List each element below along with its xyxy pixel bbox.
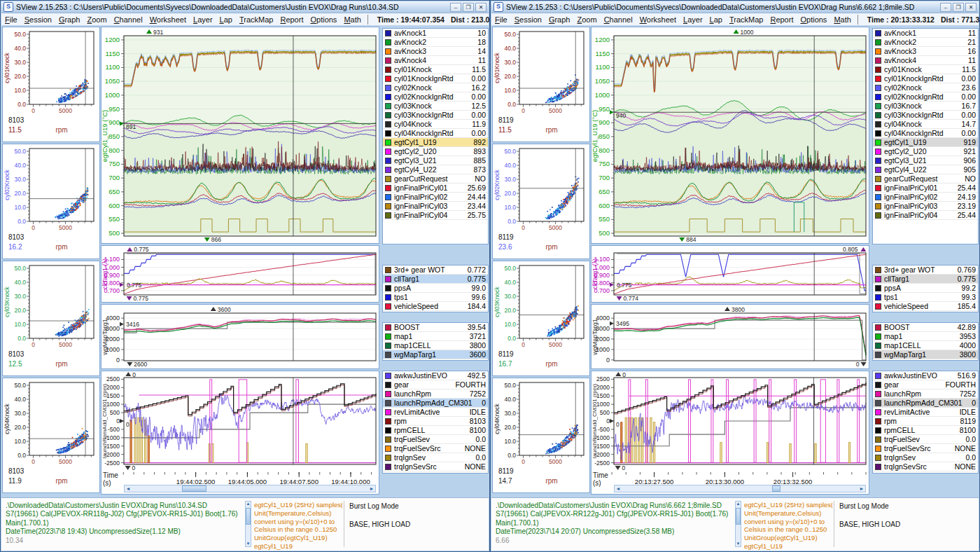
close-button[interactable]: ✕ [475, 3, 486, 12]
channel-row[interactable]: trqIgnSev0.0 [383, 453, 488, 462]
channel-row[interactable]: cyl04Knock14.7 [873, 120, 978, 129]
channel-row[interactable]: tps199.6 [383, 293, 488, 302]
menu-item-graph[interactable]: Graph [545, 15, 574, 25]
maximize-button[interactable]: ❐ [463, 3, 474, 12]
channel-row[interactable]: awkwJustinEVO516.9 [873, 371, 978, 380]
channel-row[interactable]: trqFuelSev0.0 [383, 435, 488, 444]
channel-row[interactable]: BOOST42.89 [873, 323, 978, 332]
channel-row[interactable]: ignFinalPriCyl0125.44 [873, 184, 978, 193]
scroll-left-arrow[interactable]: ◄ [125, 485, 132, 492]
menu-item-zoom[interactable]: Zoom [83, 15, 110, 25]
channel-row[interactable]: egtCyl1_U19892 [383, 138, 488, 147]
menu-item-channel[interactable]: Channel [111, 15, 146, 25]
channel-row[interactable]: avKnock218 [383, 38, 488, 47]
menu-item-lap[interactable]: Lap [216, 15, 236, 25]
scroll-down-arrow[interactable]: ▼ [246, 541, 251, 546]
menu-item-report[interactable]: Report [276, 15, 307, 25]
channel-row[interactable]: cyl03Knock12.5 [383, 102, 488, 111]
channel-row[interactable]: avKnock411 [873, 56, 978, 65]
channel-row[interactable]: map13721 [383, 332, 488, 341]
scroll-thumb[interactable] [772, 485, 781, 492]
scroll-thumb[interactable] [182, 485, 207, 492]
menu-item-options[interactable]: Options [307, 15, 340, 25]
channel-row[interactable]: vehicleSpeed184.4 [383, 302, 488, 311]
channel-row[interactable]: 3rd+ gear WOT0.772 [383, 265, 488, 275]
menu-item-layer[interactable]: Layer [680, 15, 706, 25]
channel-row[interactable]: cllTarg10.775 [873, 275, 978, 284]
channel-row[interactable]: cyl01KnockIgnRtd0.00 [873, 74, 978, 83]
launch-chart[interactable]: 25002000150010005000-500-1000-1500-2000-… [102, 371, 379, 494]
knock-scatter-plot-3[interactable]: 50.040.030.020.010.00.005000cyl03Knock81… [493, 261, 588, 375]
channel-row[interactable]: gearFOURTH [873, 380, 978, 389]
channel-row[interactable]: wgMapTarg13600 [383, 350, 488, 359]
channel-row[interactable]: egtCyl2_U20921 [873, 147, 978, 156]
channel-row[interactable]: rpmCELL8100 [873, 426, 978, 435]
channel-row[interactable]: cyl01KnockIgnRtd0.00 [383, 74, 488, 83]
channel-row[interactable]: rpm8119 [873, 417, 978, 426]
channel-row[interactable]: cyl02KnockIgnRtd0.00 [383, 92, 488, 102]
channel-row[interactable]: avKnock316 [873, 47, 978, 56]
channel-row[interactable]: ignFinalPriCyl0425.75 [383, 211, 488, 220]
channel-row[interactable]: egtCyl2_U20893 [383, 147, 488, 156]
channel-row[interactable]: map1CELL4000 [873, 341, 978, 350]
channel-row[interactable]: launchRpm7252 [383, 389, 488, 399]
channel-row[interactable]: cyl01Knock11.5 [383, 65, 488, 74]
channel-row[interactable]: cyl04Knock11.9 [383, 120, 488, 129]
menu-item-worksheet[interactable]: Worksheet [146, 15, 190, 25]
close-button[interactable]: ✕ [965, 3, 976, 12]
menu-item-trackmap[interactable]: TrackMap [726, 15, 767, 25]
menu-item-session[interactable]: Session [511, 15, 545, 25]
menu-item-report[interactable]: Report [766, 15, 797, 25]
channel-row[interactable]: BOOST39.54 [383, 323, 488, 332]
channel-row[interactable]: ignFinalPriCyl0323.19 [873, 202, 978, 211]
channel-row[interactable]: cyl01Knock11.5 [873, 65, 978, 74]
menu-item-session[interactable]: Session [21, 15, 55, 25]
menu-item-file[interactable]: File [491, 15, 511, 25]
channel-row[interactable]: trqIgnSevSrcNONE [873, 462, 978, 471]
title-bar[interactable]: SSView 2.15.253 : C:\Users\Public\Docume… [1, 1, 489, 13]
channel-row[interactable]: ignFinalPriCyl0224.19 [873, 193, 978, 202]
channel-row[interactable]: cyl04KnockIgnRtd0.00 [873, 129, 978, 138]
channel-row[interactable]: avKnock314 [383, 47, 488, 56]
egt-chart[interactable]: 5005506006507007508008509009501000105011… [592, 27, 869, 243]
menu-item-worksheet[interactable]: Worksheet [636, 15, 680, 25]
time-scrollbar[interactable]: ◄► [614, 485, 866, 492]
menu-item-graph[interactable]: Graph [55, 15, 84, 25]
scroll-left-arrow[interactable]: ◄ [615, 485, 622, 492]
channel-row[interactable]: cyl03KnockIgnRtd0.00 [383, 111, 488, 120]
channel-row[interactable]: tps199.3 [873, 293, 978, 302]
channel-row[interactable]: cyl04KnockIgnRtd0.00 [383, 129, 488, 138]
title-bar[interactable]: SSView 2.15.253 : C:\Users\Public\Docume… [491, 1, 979, 13]
channel-row[interactable]: cyl02Knock23.6 [873, 83, 978, 92]
channel-row[interactable]: egtCyl4_U22905 [873, 165, 978, 174]
scroll-right-arrow[interactable]: ► [368, 485, 375, 492]
wastegate-chart[interactable]: 01000200030004000wgMapTarg1380034950 [592, 305, 869, 368]
channel-row[interactable]: gearCutRequestNO [383, 174, 488, 184]
channel-row[interactable]: cyl03KnockIgnRtd0.00 [873, 111, 978, 120]
knock-scatter-plot-4[interactable]: 50.040.030.020.010.00.005000cyl04Knock81… [493, 378, 588, 492]
minimize-button[interactable]: – [450, 3, 461, 12]
menu-item-lap[interactable]: Lap [706, 15, 726, 25]
channel-row[interactable]: egtCyl3_U21885 [383, 156, 488, 165]
scroll-right-arrow[interactable]: ► [858, 485, 865, 492]
lambda-chart[interactable]: 1.1001.0000.9000.8000.700cllTarg1 (λ)0.8… [592, 246, 869, 302]
menu-item-math[interactable]: Math [830, 15, 854, 25]
knock-scatter-plot-1[interactable]: 50.040.030.020.010.00.005000cyl01Knock81… [493, 27, 588, 141]
maximize-button[interactable]: ❐ [953, 3, 964, 12]
knock-scatter-plot-3[interactable]: 50.040.030.020.010.00.005000cyl03Knock81… [3, 261, 98, 375]
channel-row[interactable]: egtCyl4_U22873 [383, 165, 488, 174]
scroll-up-arrow[interactable]: ▲ [246, 502, 251, 506]
knock-scatter-plot-2[interactable]: 50.040.030.020.010.00.005000cyl02Knock81… [3, 144, 98, 258]
channel-row[interactable]: ignFinalPriCyl0323.44 [383, 202, 488, 211]
channel-info-scrollbar[interactable]: ▲▼ [735, 501, 741, 547]
menu-item-file[interactable]: File [1, 15, 21, 25]
channel-row[interactable]: launchRpmAdd_CM3010 [383, 399, 488, 408]
channel-row[interactable]: trqFuelSevSrcNONE [873, 444, 978, 453]
channel-row[interactable]: avKnock411 [383, 56, 488, 65]
minimize-button[interactable]: – [940, 3, 951, 12]
scroll-thumb[interactable] [246, 508, 251, 525]
channel-row[interactable]: cyl02KnockIgnRtd0.00 [873, 92, 978, 102]
channel-row[interactable]: map1CELL3800 [383, 341, 488, 350]
channel-row[interactable]: rpmCELL8100 [383, 426, 488, 435]
channel-row[interactable]: cyl03Knock16.7 [873, 102, 978, 111]
